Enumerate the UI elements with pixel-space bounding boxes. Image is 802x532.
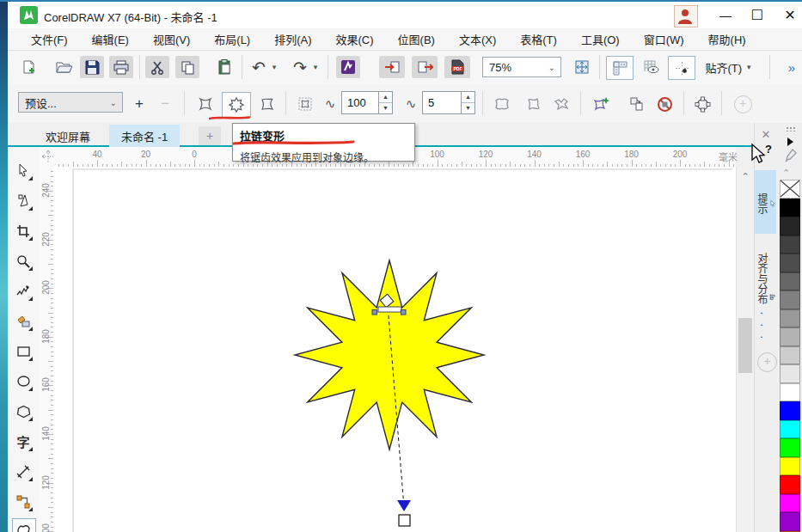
menu-item-bitmaps[interactable]: 位图(B) — [386, 28, 447, 50]
slider-end-node-right[interactable] — [401, 310, 407, 315]
fullscreen-preview-button[interactable] — [570, 56, 594, 78]
color-swatch[interactable] — [780, 457, 800, 476]
crop-tool[interactable] — [12, 219, 34, 242]
smooth-distortion-button[interactable] — [522, 92, 546, 116]
color-swatch[interactable] — [780, 420, 800, 439]
slider-end-node-left[interactable] — [372, 310, 377, 315]
tab-untitled-document[interactable]: 未命名 -1 — [109, 125, 180, 147]
show-grid-button[interactable] — [639, 56, 663, 78]
ruler-origin[interactable] — [39, 147, 53, 167]
spin-down-icon[interactable]: ▼ — [462, 103, 474, 113]
delete-preset-button[interactable]: − — [156, 92, 174, 116]
pick-tool[interactable] — [12, 159, 34, 182]
color-swatch[interactable] — [780, 327, 800, 346]
spin-up-icon[interactable]: ▲ — [379, 92, 392, 103]
push-pull-distortion-button[interactable] — [193, 92, 217, 116]
polygon-tool[interactable] — [12, 400, 34, 423]
center-distortion-button[interactable] — [293, 92, 317, 116]
print-button[interactable] — [109, 56, 133, 78]
color-swatch[interactable] — [780, 309, 800, 328]
smart-fill-tool[interactable] — [12, 309, 34, 333]
menu-item-tools[interactable]: 工具(O) — [569, 28, 632, 50]
preset-dropdown[interactable]: 预设... ⌄ — [18, 92, 123, 113]
open-button[interactable] — [52, 56, 75, 78]
color-swatch[interactable] — [780, 235, 800, 254]
copy-button[interactable] — [175, 56, 199, 78]
distort-tool[interactable] — [12, 518, 36, 532]
color-swatch[interactable] — [780, 217, 800, 235]
vertical-ruler[interactable]: 240220200180160140120100 — [39, 167, 54, 532]
paste-button[interactable] — [212, 56, 236, 78]
maximize-button[interactable]: ☐ — [744, 5, 770, 26]
spin-down-icon[interactable]: ▼ — [379, 103, 392, 113]
scroll-up-button[interactable]: ⌃ — [737, 167, 754, 186]
copy-distortion-button[interactable] — [625, 92, 649, 116]
random-distortion-button[interactable] — [490, 92, 514, 116]
color-swatch[interactable] — [780, 494, 800, 513]
freehand-tool[interactable] — [12, 279, 34, 303]
local-distortion-button[interactable] — [549, 92, 573, 116]
menu-item-effects[interactable]: 效果(C) — [324, 28, 386, 50]
zipper-distortion-button[interactable] — [222, 92, 251, 118]
snap-options-button[interactable] — [668, 56, 695, 80]
spinner-arrows[interactable]: ▲▼ — [461, 92, 474, 113]
color-swatch[interactable] — [780, 346, 800, 365]
rectangle-tool[interactable] — [12, 339, 34, 363]
distortion-end-handle[interactable] — [399, 515, 410, 526]
menu-item-text[interactable]: 文本(X) — [447, 28, 508, 50]
publish-pdf-button[interactable]: PDF — [444, 56, 470, 78]
minimize-button[interactable]: — — [713, 5, 738, 26]
new-distortion-button[interactable] — [589, 92, 615, 116]
zipper-frequency-spinner[interactable]: 5 ▲▼ — [422, 91, 475, 114]
redo-button[interactable]: ↷ — [290, 56, 310, 78]
color-swatch[interactable] — [780, 438, 800, 457]
dimension-tool[interactable] — [12, 460, 34, 483]
import-button[interactable] — [379, 56, 405, 78]
star-shape[interactable] — [295, 260, 484, 449]
spin-up-icon[interactable]: ▲ — [462, 92, 474, 103]
no-color-swatch[interactable] — [780, 180, 800, 199]
distortion-arrow-handle[interactable] — [397, 500, 411, 511]
color-swatch[interactable] — [780, 199, 800, 217]
menu-item-window[interactable]: 窗口(W) — [632, 28, 696, 50]
ellipse-tool[interactable] — [12, 370, 34, 393]
convert-to-curves-button[interactable] — [690, 92, 714, 116]
zipper-amplitude-spinner[interactable]: 100 ▲▼ — [341, 91, 393, 114]
zoom-level-combobox[interactable]: 75% ⌄ — [482, 57, 561, 77]
palette-flyout-arrow-icon[interactable] — [787, 138, 793, 146]
distortion-slider-bar[interactable] — [378, 307, 401, 312]
docker-tab-align-distribute[interactable]: 对齐与分布... — [755, 244, 776, 345]
menu-item-help[interactable]: 帮助(H) — [696, 28, 758, 50]
new-tab-button[interactable]: + — [199, 126, 221, 145]
add-preset-button[interactable]: + — [130, 92, 149, 116]
color-swatch[interactable] — [780, 475, 800, 494]
menu-item-file[interactable]: 文件(F) — [19, 28, 80, 50]
save-button[interactable] — [80, 56, 104, 78]
export-button[interactable] — [412, 56, 438, 78]
palette-grip-handle[interactable] — [786, 126, 796, 131]
cut-button[interactable] — [145, 56, 169, 78]
zoom-tool[interactable] — [12, 249, 34, 272]
scrollbar-thumb[interactable] — [738, 318, 752, 373]
show-rulers-button[interactable] — [606, 56, 634, 80]
new-document-button[interactable] — [18, 56, 40, 78]
color-swatch[interactable] — [780, 401, 800, 420]
palette-scroll-up[interactable]: ⌃ — [782, 168, 790, 179]
close-button[interactable]: ✕ — [777, 5, 802, 26]
color-swatch[interactable] — [780, 290, 800, 309]
clear-distortion-button[interactable] — [652, 92, 676, 116]
undo-dropdown[interactable]: ▾ — [269, 56, 279, 78]
docker-tab-hints[interactable]: 提示 — [755, 170, 776, 234]
menu-item-arrange[interactable]: 排列(A) — [262, 28, 323, 50]
menu-item-table[interactable]: 表格(T) — [508, 28, 569, 50]
undo-button[interactable]: ↶ — [248, 56, 269, 78]
menu-item-layout[interactable]: 布局(L) — [202, 28, 262, 50]
redo-dropdown[interactable]: ▾ — [310, 56, 321, 78]
eyedropper-icon[interactable] — [784, 149, 797, 163]
twister-distortion-button[interactable] — [255, 92, 279, 116]
search-content-button[interactable] — [336, 56, 360, 78]
connector-tool[interactable] — [12, 490, 34, 513]
menu-item-view[interactable]: 视图(V) — [141, 28, 202, 50]
drawing-canvas[interactable] — [53, 167, 736, 532]
account-button[interactable] — [674, 5, 698, 28]
